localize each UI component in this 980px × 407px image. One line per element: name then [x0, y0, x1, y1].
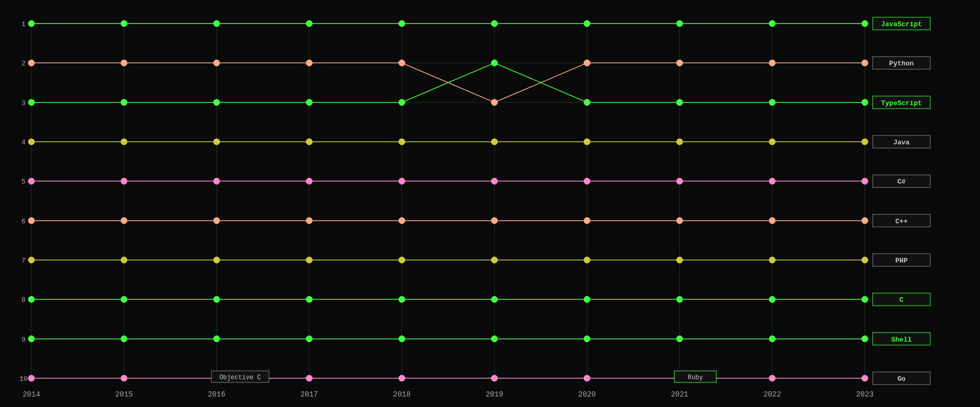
label-text-c: C: [899, 296, 904, 304]
dot-python-2023: [862, 60, 868, 66]
dot-typescript-2020: [584, 99, 590, 106]
label-text-java: Java: [893, 139, 909, 146]
year-label-2023: 2023: [856, 390, 874, 399]
dot-javascript-2015: [121, 20, 127, 27]
dot-go-2020: [584, 375, 590, 381]
dot-php-2023: [862, 257, 868, 263]
dot-go-2017: [306, 375, 313, 381]
label-text-shell: Shell: [891, 336, 911, 344]
year-label-2021: 2021: [671, 390, 688, 399]
annotation-objective-c: Objective C: [219, 374, 261, 381]
label-text-typescript: TypeScript: [881, 99, 922, 107]
dot-php-2018: [399, 257, 405, 263]
dot-java-2016: [214, 139, 220, 145]
label-text-go: Go: [897, 375, 906, 383]
dot-javascript-2023: [862, 20, 868, 27]
dot-python-2022: [769, 60, 775, 66]
dot-c++-2014: [28, 218, 35, 224]
dot-shell-2014: [28, 336, 35, 342]
dot-c-2023: [862, 296, 868, 302]
dot-java-2021: [676, 139, 683, 145]
dot-python-2016: [214, 60, 220, 66]
dot-java-2018: [399, 139, 405, 145]
dot-c#-2016: [214, 178, 220, 184]
dot-javascript-2020: [584, 20, 590, 27]
year-label-2016: 2016: [208, 390, 226, 399]
dot-python-2014: [28, 60, 35, 66]
dot-shell-2022: [769, 336, 775, 342]
dot-java-2020: [584, 139, 590, 145]
dot-c-2020: [584, 296, 590, 302]
dot-python-2017: [306, 60, 313, 66]
dot-shell-2018: [399, 336, 405, 342]
dot-typescript-2023: [862, 99, 868, 106]
dot-go-2014: [28, 375, 35, 381]
dot-c#-2019: [491, 178, 497, 184]
dot-c-2019: [491, 296, 497, 302]
label-text-python: Python: [889, 60, 914, 67]
dot-c#-2017: [306, 178, 313, 184]
dot-php-2019: [491, 257, 497, 263]
dot-c#-2020: [584, 178, 590, 184]
dot-javascript-2018: [399, 20, 405, 27]
dot-c-2014: [28, 296, 35, 302]
dot-c++-2015: [121, 218, 127, 224]
year-label-2022: 2022: [763, 390, 781, 399]
rank-label-7: 7: [21, 257, 26, 265]
dot-php-2016: [214, 257, 220, 263]
dot-c#-2023: [862, 178, 868, 184]
dot-go-2019: [491, 375, 497, 381]
dot-shell-2021: [676, 336, 683, 342]
dot-c-2016: [214, 296, 220, 302]
dot-typescript-2018: [399, 99, 405, 106]
rank-label-10: 10: [19, 375, 28, 383]
dot-c-2021: [676, 296, 683, 302]
dot-shell-2016: [214, 336, 220, 342]
dot-go-2023: [862, 375, 868, 381]
label-text-c++: C++: [895, 218, 908, 225]
dot-c#-2021: [676, 178, 683, 184]
dot-python-2015: [121, 60, 127, 66]
dot-typescript-2016: [214, 99, 220, 106]
dot-c#-2014: [28, 178, 35, 184]
rank-label-4: 4: [21, 139, 26, 146]
dot-c-2022: [769, 296, 775, 302]
dot-php-2014: [28, 257, 35, 263]
dot-typescript-2014: [28, 99, 35, 106]
dot-java-2022: [769, 139, 775, 145]
dot-python-2020: [584, 60, 590, 66]
label-text-javascript: JavaScript: [881, 20, 922, 28]
rank-label-8: 8: [21, 296, 26, 304]
dot-java-2017: [306, 139, 313, 145]
dot-java-2015: [121, 139, 127, 145]
dot-typescript-2017: [306, 99, 313, 106]
rank-label-3: 3: [21, 99, 26, 107]
rank-label-5: 5: [21, 178, 26, 186]
dot-c#-2015: [121, 178, 127, 184]
chart-container: 1234567891020142015201620172018201920202…: [0, 0, 980, 407]
annotation-ruby: Ruby: [688, 374, 703, 381]
year-label-2020: 2020: [578, 390, 596, 399]
dot-php-2017: [306, 257, 313, 263]
dot-php-2021: [676, 257, 683, 263]
dot-java-2023: [862, 139, 868, 145]
dot-python-2018: [399, 60, 405, 66]
dot-javascript-2022: [769, 20, 775, 27]
dot-c++-2021: [676, 218, 683, 224]
rank-label-1: 1: [21, 20, 26, 28]
dot-javascript-2014: [28, 20, 35, 27]
rank-label-2: 2: [21, 60, 26, 67]
dot-python-2019: [491, 99, 497, 106]
dot-c++-2018: [399, 218, 405, 224]
dot-go-2022: [769, 375, 775, 381]
dot-typescript-2021: [676, 99, 683, 106]
dot-typescript-2015: [121, 99, 127, 106]
dot-java-2019: [491, 139, 497, 145]
dot-php-2022: [769, 257, 775, 263]
dot-shell-2019: [491, 336, 497, 342]
label-text-c#: C#: [897, 178, 906, 186]
dot-c++-2022: [769, 218, 775, 224]
dot-c-2018: [399, 296, 405, 302]
dot-c++-2016: [214, 218, 220, 224]
year-label-2015: 2015: [115, 390, 133, 399]
